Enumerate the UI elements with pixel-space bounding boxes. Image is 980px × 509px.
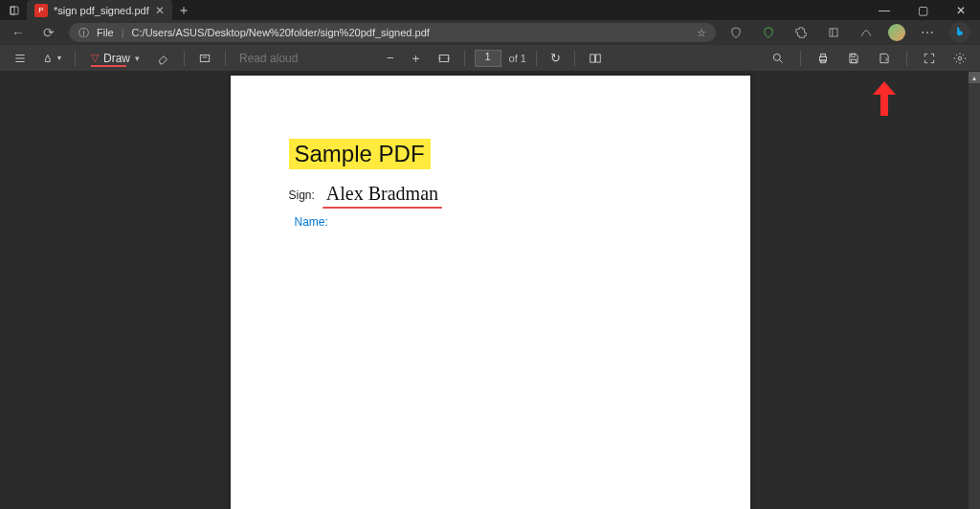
toolbar-separator <box>75 51 76 66</box>
fit-width-button[interactable] <box>434 52 455 65</box>
tab-actions-icon[interactable] <box>6 5 23 16</box>
url-separator: | <box>122 27 124 38</box>
window-maximize-button[interactable]: ▢ <box>903 0 942 20</box>
toolbar-separator <box>906 51 907 66</box>
toolbar-separator <box>574 51 575 66</box>
zoom-in-button[interactable]: ＋ <box>406 50 426 67</box>
shield-outline-icon[interactable] <box>725 26 746 39</box>
collections-icon[interactable] <box>823 26 844 39</box>
new-tab-button[interactable]: ＋ <box>172 2 195 19</box>
toolbar-separator <box>536 51 537 66</box>
url-protocol-icon: ⓘ <box>78 26 89 40</box>
sign-label: Sign: <box>289 188 315 202</box>
address-field[interactable]: ⓘ File | C:/Users/ASUS/Desktop/New%20fol… <box>69 23 716 42</box>
page-number-input[interactable]: 1 <box>475 50 501 67</box>
page-view-button[interactable] <box>585 52 606 65</box>
read-aloud-button[interactable]: Read aloud <box>239 52 298 65</box>
svg-rect-2 <box>830 29 837 36</box>
svg-rect-17 <box>821 54 826 56</box>
draw-pen-icon: ▽ <box>91 52 99 64</box>
signature-text: Alex Bradman <box>323 183 442 207</box>
print-button[interactable] <box>813 52 834 65</box>
name-field-label[interactable]: Name: <box>295 215 328 229</box>
nav-back-button[interactable]: ← <box>8 25 29 40</box>
vertical-scrollbar[interactable]: ▴ <box>969 72 980 509</box>
pdf-title-highlighted: Sample PDF <box>289 139 431 169</box>
pdf-page: Sample PDF Sign: Alex Bradman Name: <box>231 76 750 509</box>
toolbar-separator <box>800 51 801 66</box>
extensions-icon[interactable] <box>791 26 812 39</box>
chevron-down-icon: ▾ <box>135 54 140 63</box>
more-menu-icon[interactable]: ⋯ <box>917 25 938 40</box>
tab-title: *sign pdf_signed.pdf <box>54 5 149 16</box>
toolbar-separator <box>184 51 185 66</box>
window-minimize-button[interactable]: — <box>865 0 903 20</box>
fullscreen-button[interactable] <box>919 52 940 65</box>
svg-rect-19 <box>852 54 856 56</box>
nav-refresh-button[interactable]: ⟳ <box>38 25 59 40</box>
profile-avatar[interactable] <box>888 24 905 41</box>
window-close-button[interactable]: ✕ <box>942 0 980 20</box>
pdf-file-icon: P <box>34 4 48 17</box>
erase-button[interactable] <box>153 52 174 65</box>
find-button[interactable] <box>768 52 789 65</box>
svg-rect-7 <box>200 55 209 61</box>
highlight-dropdown[interactable]: ▾ <box>38 52 65 65</box>
svg-rect-9 <box>439 55 448 61</box>
pdf-viewport[interactable]: Sample PDF Sign: Alex Bradman Name: ▴ <box>0 72 980 509</box>
scrollbar-up-arrow[interactable]: ▴ <box>969 72 980 83</box>
settings-button[interactable] <box>949 52 970 65</box>
browser-tab[interactable]: P *sign pdf_signed.pdf ✕ <box>27 0 172 20</box>
svg-rect-20 <box>852 59 857 62</box>
annotation-red-arrow <box>867 77 902 120</box>
toolbar-separator <box>464 51 465 66</box>
url-path: C:/Users/ASUS/Desktop/New%20folder/sign%… <box>132 27 430 38</box>
svg-point-14 <box>773 54 780 60</box>
text-box-button[interactable] <box>194 52 215 65</box>
page-total-label: of 1 <box>509 53 526 64</box>
draw-button[interactable]: ▽ Draw ▾ <box>85 49 145 68</box>
close-tab-icon[interactable]: ✕ <box>155 4 165 17</box>
toolbar-separator <box>225 51 226 66</box>
favorite-icon[interactable]: ☆ <box>697 27 706 39</box>
svg-rect-1 <box>11 7 14 14</box>
performance-icon[interactable] <box>856 26 877 39</box>
shield-filled-icon[interactable] <box>758 26 779 39</box>
contents-icon[interactable] <box>10 52 31 65</box>
bing-chat-icon[interactable] <box>949 22 970 43</box>
svg-point-21 <box>958 56 962 60</box>
rotate-button[interactable]: ↻ <box>546 51 565 65</box>
draw-label: Draw <box>103 52 130 65</box>
save-as-button[interactable] <box>874 52 895 65</box>
url-prefix-label: File <box>97 27 114 38</box>
svg-line-15 <box>780 59 783 62</box>
zoom-out-button[interactable]: − <box>383 51 398 65</box>
svg-rect-13 <box>595 54 600 61</box>
svg-rect-12 <box>590 54 595 61</box>
save-button[interactable] <box>843 52 864 65</box>
